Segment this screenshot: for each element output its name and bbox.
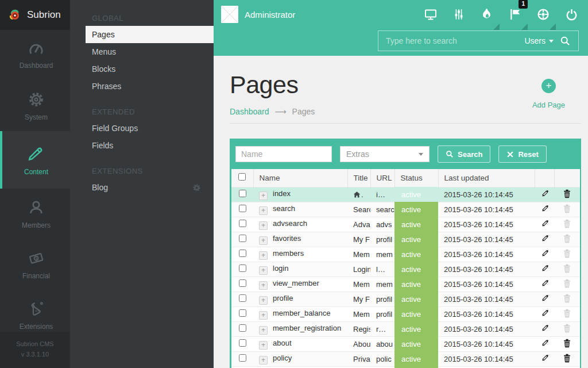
row-checkbox[interactable] xyxy=(239,309,246,317)
display-icon[interactable] xyxy=(423,7,438,22)
expand-row-button[interactable]: + xyxy=(259,236,268,245)
sidebar-item-fields[interactable]: Fields xyxy=(70,137,214,154)
page-url: mem xyxy=(370,247,394,262)
delete-button[interactable] xyxy=(563,249,571,258)
edit-button[interactable] xyxy=(540,189,549,198)
delete-button[interactable] xyxy=(563,279,571,288)
row-checkbox[interactable] xyxy=(239,220,246,227)
sidebar-item-pages[interactable]: Pages xyxy=(86,26,214,43)
column-header-updated[interactable]: Last updated xyxy=(438,169,535,187)
reset-button[interactable]: Reset xyxy=(498,145,546,163)
column-header-url[interactable]: URL xyxy=(370,169,394,187)
expand-row-button[interactable]: + xyxy=(259,356,268,365)
expand-row-button[interactable]: + xyxy=(259,311,268,320)
edit-button[interactable] xyxy=(540,339,549,347)
row-checkbox[interactable] xyxy=(239,264,246,272)
delete-button[interactable] xyxy=(563,204,571,213)
avatar[interactable] xyxy=(221,6,238,23)
sidebar-item-content[interactable]: Content xyxy=(0,131,70,189)
search-button[interactable]: Search xyxy=(438,145,490,163)
column-header-name[interactable]: Name xyxy=(253,169,347,187)
global-search: Users xyxy=(378,30,579,51)
edit-button[interactable] xyxy=(540,294,549,302)
lifering-icon[interactable] xyxy=(536,7,551,22)
sidebar-item-blog[interactable]: Blog xyxy=(70,179,214,196)
filter-bar: Extras Search Reset xyxy=(231,140,579,169)
sidebar-item-blocks[interactable]: Blocks xyxy=(70,60,214,78)
edit-button[interactable] xyxy=(540,234,549,243)
expand-row-button[interactable]: + xyxy=(259,341,268,350)
sidebar-item-menus[interactable]: Menus xyxy=(70,43,214,60)
row-checkbox[interactable] xyxy=(239,324,246,332)
row-checkbox[interactable] xyxy=(239,339,246,347)
row-checkbox[interactable] xyxy=(239,250,246,257)
flame-icon[interactable] xyxy=(479,7,494,22)
power-icon[interactable] xyxy=(564,7,579,22)
content-area: Pages Dashboard ⟶ Pages + Add Page xyxy=(214,56,588,368)
edit-button[interactable] xyxy=(540,279,549,288)
column-header-title[interactable]: Title xyxy=(347,169,370,187)
delete-button[interactable] xyxy=(563,309,571,318)
edit-button[interactable] xyxy=(540,309,549,317)
search-input[interactable] xyxy=(386,36,519,45)
search-scope-dropdown[interactable]: Users xyxy=(524,36,554,45)
edit-button[interactable] xyxy=(540,204,549,213)
delete-button[interactable] xyxy=(563,219,571,228)
sidebar-item-members[interactable]: Members xyxy=(0,189,70,239)
row-checkbox[interactable] xyxy=(239,279,246,287)
gear-icon[interactable] xyxy=(192,183,201,192)
subrion-logo-icon xyxy=(7,7,22,22)
logo[interactable]: Subrion xyxy=(0,0,70,30)
sidebar-item-system[interactable]: System xyxy=(0,80,70,131)
row-checkbox[interactable] xyxy=(239,190,246,197)
expand-row-button[interactable]: + xyxy=(259,206,268,215)
add-page-button[interactable]: + Add Page xyxy=(532,79,565,109)
column-header-status[interactable]: Status xyxy=(394,169,438,187)
edit-button[interactable] xyxy=(540,354,549,362)
select-all-checkbox[interactable] xyxy=(238,173,246,181)
delete-button[interactable] xyxy=(563,354,571,363)
row-checkbox[interactable] xyxy=(239,235,246,242)
row-checkbox[interactable] xyxy=(239,205,246,212)
delete-button[interactable] xyxy=(563,264,571,273)
delete-button[interactable] xyxy=(563,189,571,198)
edit-button[interactable] xyxy=(540,249,549,258)
sidebar-item-label: Content xyxy=(24,168,48,176)
search-submit-button[interactable] xyxy=(559,35,571,47)
sliders-icon[interactable] xyxy=(451,7,466,22)
sidebar-item-field-groups[interactable]: Field Groups xyxy=(70,120,214,137)
edit-button[interactable] xyxy=(540,219,549,228)
expand-row-button[interactable]: + xyxy=(259,281,268,290)
delete-button[interactable] xyxy=(563,339,571,348)
trash-icon xyxy=(563,189,571,198)
flag-icon[interactable]: 1 xyxy=(508,7,523,22)
expand-row-button[interactable]: + xyxy=(259,251,268,260)
page-name: member_registration xyxy=(273,324,341,332)
row-checkbox[interactable] xyxy=(239,294,246,302)
sidebar-item-dashboard[interactable]: Dashboard xyxy=(0,30,70,80)
expand-row-button[interactable]: + xyxy=(259,221,268,230)
section-title-global: GLOBAL xyxy=(70,14,214,22)
extras-select[interactable]: Extras xyxy=(340,146,430,162)
expand-row-button[interactable]: + xyxy=(259,296,268,305)
name-filter-input[interactable] xyxy=(235,146,332,162)
breadcrumb-dashboard[interactable]: Dashboard xyxy=(230,107,269,116)
edit-button[interactable] xyxy=(540,324,549,332)
delete-button[interactable] xyxy=(563,294,571,303)
expand-row-button[interactable]: + xyxy=(259,266,268,275)
sidebar-item-financial[interactable]: $ Financial xyxy=(0,239,70,290)
row-checkbox[interactable] xyxy=(239,354,246,362)
page-name: advsearch xyxy=(273,219,307,228)
status-badge: active xyxy=(394,217,438,232)
logo-text: Subrion xyxy=(27,9,61,21)
delete-button[interactable] xyxy=(563,324,571,333)
notification-badge: 1 xyxy=(519,0,528,9)
sidebar-item-phrases[interactable]: Phrases xyxy=(70,78,214,95)
search-icon xyxy=(559,35,571,47)
trash-icon xyxy=(563,249,571,258)
primary-sidebar: Subrion Dashboard System Content xyxy=(0,0,70,368)
expand-row-button[interactable]: + xyxy=(259,326,268,335)
expand-row-button[interactable]: + xyxy=(259,191,268,200)
edit-button[interactable] xyxy=(540,264,549,273)
delete-button[interactable] xyxy=(563,234,571,243)
